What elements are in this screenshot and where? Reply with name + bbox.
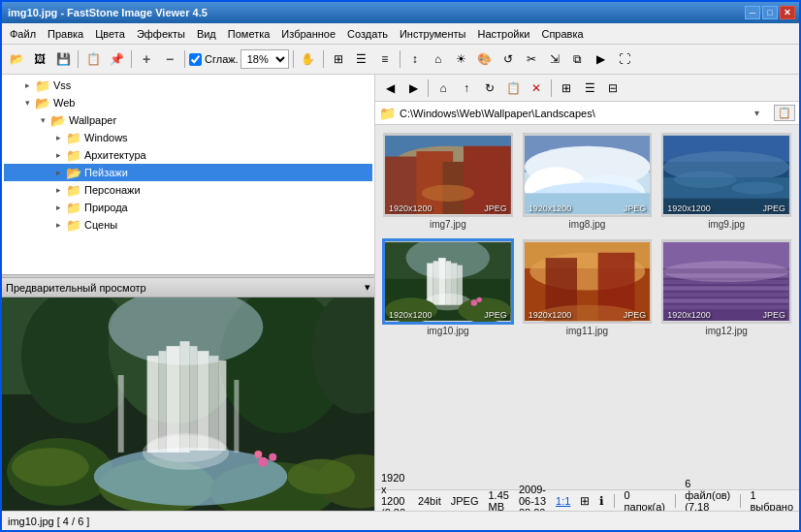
thumb-info-img9: 1920x1200 JPEG: [665, 203, 787, 213]
thumb-info-img12: 1920x1200 JPEG: [665, 310, 787, 320]
zoom-out-icon[interactable]: −: [159, 48, 180, 70]
close-button[interactable]: ✕: [780, 6, 795, 19]
preview-dropdown-icon[interactable]: ▾: [365, 281, 370, 294]
tree-node-wallpaper[interactable]: ▾ 📂 Wallpaper: [4, 111, 372, 129]
nav-tile-view-icon[interactable]: ⊟: [602, 78, 624, 99]
thumb-item-img7[interactable]: 1920x1200 JPEG img7.jpg: [383, 133, 513, 230]
expand-chars[interactable]: ▸: [50, 182, 66, 198]
minimize-button[interactable]: ─: [745, 6, 760, 19]
status-fit-icon[interactable]: ⊞: [580, 494, 590, 508]
menu-help[interactable]: Справка: [535, 26, 589, 42]
smooth-label: Сглаж.: [205, 53, 239, 65]
status-info-icon[interactable]: ℹ: [599, 494, 604, 508]
menu-bar: Файл Правка Цвета Эффекты Вид Пометка Из…: [2, 23, 799, 45]
expand-vss[interactable]: ▸: [19, 78, 35, 93]
thumbnail-grid[interactable]: 1920x1200 JPEG img7.jpg: [375, 125, 799, 489]
resize-icon[interactable]: ⇲: [544, 48, 565, 70]
rotate-icon[interactable]: ↺: [497, 48, 519, 70]
thumb-wrapper-img12[interactable]: 1920x1200 JPEG: [661, 239, 791, 324]
svg-point-65: [477, 297, 482, 302]
svg-point-36: [422, 185, 474, 202]
zoom-select[interactable]: 18%: [240, 49, 289, 69]
sort-icon[interactable]: ↕: [404, 48, 426, 70]
grid-icon[interactable]: ⊞: [328, 48, 349, 70]
hand-tool-icon[interactable]: ✋: [298, 48, 319, 70]
svg-rect-80: [663, 298, 789, 302]
folder-icon-windows: 📁: [66, 131, 81, 145]
right-panel: ◀ ▶ ⌂ ↑ ↻ 📋 ✕ ⊞ ☰ ⊟ 📁 C:\Windows\Web\Wal…: [375, 75, 799, 511]
tree-node-chars[interactable]: ▸ 📁 Персонажи: [4, 181, 372, 199]
menu-create[interactable]: Создать: [341, 26, 394, 42]
tree-node-nature[interactable]: ▸ 📁 Природа: [4, 199, 372, 216]
thumb-wrapper-img9[interactable]: 1920x1200 JPEG: [661, 133, 791, 217]
thumb-item-img11[interactable]: 1920x1200 JPEG img11.jpg: [523, 239, 653, 336]
paste-icon[interactable]: 📌: [106, 48, 127, 70]
smooth-checkbox[interactable]: [189, 53, 202, 66]
expand-scenes[interactable]: ▸: [50, 217, 66, 233]
expand-landscapes[interactable]: ▸: [50, 165, 66, 180]
nav-parent-icon[interactable]: ↑: [456, 78, 477, 99]
open-file-icon[interactable]: 🖼: [29, 48, 50, 70]
thumb-wrapper-img10[interactable]: 1920x1200 JPEG: [383, 239, 513, 324]
open-folder-icon[interactable]: 📂: [6, 48, 27, 70]
path-dropdown-icon[interactable]: ▾: [754, 108, 770, 118]
tree-node-vss[interactable]: ▸ 📁 Vss: [4, 77, 372, 94]
svg-point-26: [254, 451, 262, 458]
details-icon[interactable]: ≡: [374, 48, 396, 70]
tree-node-scenes[interactable]: ▸ 📁 Сцены: [4, 216, 372, 234]
tree-node-arch[interactable]: ▸ 📁 Архитектура: [4, 146, 372, 164]
status-folders: 0 папок(а): [625, 489, 665, 512]
crop-icon[interactable]: ✂: [521, 48, 542, 70]
menu-mark[interactable]: Пометка: [222, 26, 276, 42]
sun-icon[interactable]: ☀: [451, 48, 472, 70]
tree-view[interactable]: ▸ 📁 Vss ▾ 📂 Web ▾ 📂 Wallpaper: [2, 75, 374, 274]
thumb-res-img10: 1920x1200: [389, 310, 433, 320]
menu-settings[interactable]: Настройки: [472, 26, 536, 42]
nav-copy-path-icon[interactable]: 📋: [502, 78, 524, 99]
thumb-wrapper-img8[interactable]: 1920x1200 JPEG: [523, 133, 653, 217]
menu-colors[interactable]: Цвета: [89, 26, 131, 42]
menu-file[interactable]: Файл: [4, 26, 42, 42]
menu-effects[interactable]: Эффекты: [131, 26, 191, 42]
thumb-name-img12: img12.jpg: [705, 326, 747, 336]
thumb-wrapper-img11[interactable]: 1920x1200 JPEG: [523, 239, 653, 324]
nav-home-icon[interactable]: ⌂: [433, 78, 454, 99]
menu-edit[interactable]: Правка: [42, 26, 89, 42]
expand-windows[interactable]: ▸: [50, 130, 66, 145]
menu-view[interactable]: Вид: [191, 26, 222, 42]
thumb-item-img12[interactable]: 1920x1200 JPEG img12.jpg: [661, 239, 791, 336]
expand-nature[interactable]: ▸: [50, 200, 66, 215]
copy-icon[interactable]: 📋: [82, 48, 104, 70]
slideshow-icon[interactable]: ▶: [591, 48, 612, 70]
nav-refresh-icon[interactable]: ↻: [479, 78, 500, 99]
expand-web[interactable]: ▾: [19, 95, 35, 110]
save-icon[interactable]: 💾: [52, 48, 74, 70]
nav-list-view-icon[interactable]: ☰: [579, 78, 600, 99]
menu-favorites[interactable]: Избранное: [275, 26, 341, 42]
thumb-wrapper-img7[interactable]: 1920x1200 JPEG: [383, 133, 513, 217]
folder-icon-web: 📂: [35, 96, 50, 110]
nav-delete-icon[interactable]: ✕: [526, 78, 547, 99]
nav-prev-icon[interactable]: ◀: [379, 78, 400, 99]
expand-arch[interactable]: ▸: [50, 147, 66, 163]
preview-image: [2, 297, 374, 511]
status-zoom-link[interactable]: 1:1: [556, 495, 570, 507]
fullscreen-icon[interactable]: ⛶: [614, 48, 635, 70]
compare-icon[interactable]: ⧉: [567, 48, 589, 70]
menu-tools[interactable]: Инструменты: [394, 26, 472, 42]
nav-grid-view-icon[interactable]: ⊞: [556, 78, 577, 99]
maximize-button[interactable]: □: [762, 6, 778, 19]
thumb-item-img8[interactable]: 1920x1200 JPEG img8.jpg: [523, 133, 653, 230]
tree-node-web[interactable]: ▾ 📂 Web: [4, 94, 372, 111]
thumb-item-img9[interactable]: 1920x1200 JPEG img9.jpg: [661, 133, 791, 230]
thumb-item-img10[interactable]: 1920x1200 JPEG img10.jpg: [383, 239, 513, 336]
tree-node-windows[interactable]: ▸ 📁 Windows: [4, 129, 372, 146]
filter-icon[interactable]: ⌂: [428, 48, 449, 70]
color-icon[interactable]: 🎨: [474, 48, 496, 70]
nav-next-icon[interactable]: ▶: [402, 78, 424, 99]
list-icon[interactable]: ☰: [351, 48, 372, 70]
path-copy-button[interactable]: 📋: [774, 105, 795, 121]
expand-wallpaper[interactable]: ▾: [35, 112, 50, 128]
zoom-in-icon[interactable]: +: [136, 48, 157, 70]
tree-node-landscapes[interactable]: ▸ 📂 Пейзажи: [4, 164, 372, 181]
